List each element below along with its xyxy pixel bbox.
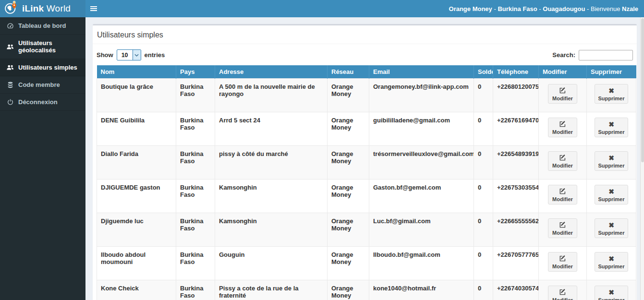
column-header-email[interactable]: Email [369, 65, 474, 79]
cell-telephone: +22654893919 [493, 146, 539, 180]
cell-adresse: Kamsonghin [215, 213, 328, 247]
cell-email: kone1040@hotmail.fr [369, 280, 474, 300]
cell-telephone: +22665555562 [493, 213, 539, 247]
cell-solde: 0 [474, 247, 493, 280]
modifier-button[interactable]: Modifier [548, 252, 577, 272]
column-header-telephone[interactable]: Téléphone [493, 65, 539, 79]
cell-solde: 0 [474, 180, 493, 213]
cell-modifier: Modifier [539, 112, 587, 146]
sidebar-item-deconnexion[interactable]: Déconnexion [0, 94, 85, 111]
search-control: Search: [552, 50, 633, 60]
table-row: DJIGUEMDE gaston Burkina Faso Kamsonghin… [97, 180, 636, 213]
search-input[interactable] [579, 50, 633, 60]
welcome-text: Bienvenue [591, 5, 622, 12]
supprimer-button[interactable]: ✖ Supprimer [595, 84, 628, 104]
cell-reseau: Orange Money [328, 247, 369, 280]
cell-nom: Djiguemde luc [97, 213, 176, 247]
cell-solde: 0 [474, 213, 493, 247]
operator-name: Orange Money [449, 5, 492, 12]
x-icon: ✖ [598, 255, 624, 263]
sidebar-item-utilisateurs-geolocalises[interactable]: Utilisateurs géolocalisés [0, 35, 85, 59]
supprimer-button[interactable]: ✖ Supprimer [595, 218, 628, 238]
modifier-button[interactable]: Modifier [548, 151, 577, 171]
modifier-button[interactable]: Modifier [548, 185, 577, 204]
modifier-button[interactable]: Modifier [548, 218, 577, 238]
globe-pin-logo-icon: $ [4, 0, 18, 17]
sidebar-item-label: Déconnexion [18, 98, 58, 106]
column-header-solde[interactable]: Solde [474, 65, 493, 79]
brand-logo-area[interactable]: $ iLink World [0, 0, 85, 17]
cell-adresse: Kamsonghin [215, 180, 328, 213]
sidebar-item-code-membre[interactable]: Code membre [0, 76, 85, 94]
cell-pays: Burkina Faso [176, 180, 215, 213]
modifier-button[interactable]: Modifier [548, 84, 577, 104]
dashboard-icon [6, 23, 14, 29]
cell-reseau: Orange Money [328, 112, 369, 146]
scrollbar-thumb[interactable] [641, 18, 644, 162]
sidebar-item-label: Tableau de bord [18, 22, 66, 29]
page-scrollbar[interactable] [640, 17, 644, 300]
country-name: Burkina Faso [498, 5, 537, 12]
sidebar: Tableau de bord Utilisateurs géolocalisé… [0, 17, 85, 300]
supprimer-button[interactable]: ✖ Supprimer [595, 252, 628, 272]
page-length-select[interactable]: 10 [117, 49, 141, 60]
supprimer-button[interactable]: ✖ Supprimer [595, 185, 628, 204]
cell-email: trésormerveilleuxlove@gmail.com [369, 146, 474, 180]
cell-solde: 0 [474, 112, 493, 146]
navbar-strip: Orange Money - Burkina Faso - Ouagadougo… [85, 0, 644, 17]
x-icon: ✖ [598, 188, 624, 196]
sidebar-toggle-hamburger-icon[interactable] [90, 4, 101, 13]
cell-pays: Burkina Faso [176, 247, 215, 280]
sidebar-item-tableau-de-bord[interactable]: Tableau de bord [0, 17, 85, 35]
sidebar-item-utilisateurs-simples[interactable]: Utilisateurs simples [0, 59, 85, 76]
users-icon [6, 64, 14, 71]
power-icon [6, 99, 14, 105]
table-header-row: Nom Pays Adresse Réseau Email Solde Télé… [97, 65, 636, 79]
supprimer-button[interactable]: ✖ Supprimer [595, 118, 628, 137]
modifier-button[interactable]: Modifier [548, 118, 577, 137]
chevron-down-icon [133, 50, 141, 60]
cell-reseau: Orange Money [328, 180, 369, 213]
sidebar-item-label: Utilisateurs géolocalisés [18, 39, 83, 54]
column-header-supprimer[interactable]: Supprimer [587, 65, 636, 79]
cell-telephone: +22674030574 [493, 280, 539, 300]
cell-nom: DJIGUEMDE gaston [97, 180, 176, 213]
cell-supprimer: ✖ Supprimer [587, 213, 636, 247]
edit-icon [551, 154, 574, 162]
sidebar-item-label: Code membre [18, 81, 60, 88]
x-icon: ✖ [598, 154, 624, 162]
table-row: Djiguemde luc Burkina Faso Kamsonghin Or… [97, 213, 636, 247]
page-length-control: Show 10 entries [97, 49, 165, 60]
table-row: Ilboudo abdoul moumouni Burkina Faso Gou… [97, 247, 636, 280]
sidebar-item-label: Utilisateurs simples [18, 64, 77, 71]
cell-adresse: Arrd 5 sect 24 [215, 112, 328, 146]
supprimer-button[interactable]: ✖ Supprimer [595, 151, 628, 171]
page-length-value: 10 [117, 50, 133, 60]
x-icon: ✖ [598, 221, 624, 229]
column-header-nom[interactable]: Nom [97, 65, 176, 79]
cell-nom: Boutique la grâce [97, 79, 176, 112]
cell-reseau: Orange Money [328, 280, 369, 300]
table-row: Boutique la grâce Burkina Faso A 500 m d… [97, 79, 636, 112]
column-header-adresse[interactable]: Adresse [215, 65, 328, 79]
column-header-pays[interactable]: Pays [176, 65, 215, 79]
column-header-modifier[interactable]: Modifier [539, 65, 587, 79]
x-icon: ✖ [598, 87, 624, 95]
cell-supprimer: ✖ Supprimer [587, 247, 636, 280]
city-name: Ouagadougou [543, 5, 585, 12]
top-navbar: $ iLink World Orange Money - Burkina Fas… [0, 0, 644, 17]
column-header-reseau[interactable]: Réseau [328, 65, 369, 79]
edit-icon [551, 87, 574, 95]
cell-supprimer: ✖ Supprimer [587, 112, 636, 146]
cell-modifier: Modifier [539, 280, 587, 300]
cell-modifier: Modifier [539, 247, 587, 280]
supprimer-button[interactable]: ✖ Supprimer [595, 286, 628, 300]
cell-pays: Burkina Faso [176, 213, 215, 247]
cell-solde: 0 [474, 79, 493, 112]
edit-icon [551, 288, 574, 297]
cell-nom: Kone Cheick [97, 280, 176, 300]
table-row: DENE Guibilila Burkina Faso Arrd 5 sect … [97, 112, 636, 146]
search-label: Search: [552, 51, 575, 59]
cell-nom: DENE Guibilila [97, 112, 176, 146]
modifier-button[interactable]: Modifier [548, 286, 577, 300]
